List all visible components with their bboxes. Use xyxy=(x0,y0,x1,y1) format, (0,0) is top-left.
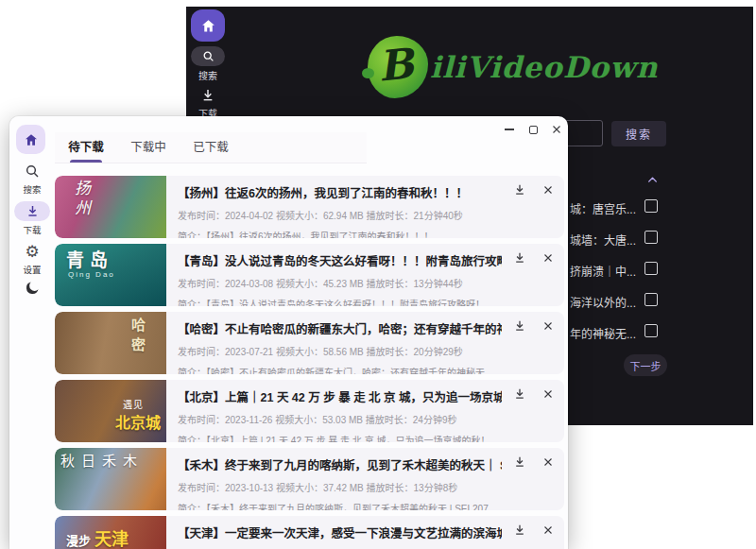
result-title: 挤崩溃｜中... xyxy=(570,263,636,279)
download-video-button[interactable] xyxy=(513,183,526,197)
video-row: 遇见 北京城 【北京】上篇｜21 天 42 万 步 暴 走 北 京 城，只为追一… xyxy=(55,380,564,442)
video-title: 【禾木】终于来到了九月的喀纳斯，见到了禾木超美的秋天｜ SEL207... xyxy=(178,455,502,473)
remove-video-button[interactable] xyxy=(541,319,555,333)
close-icon xyxy=(542,524,554,536)
video-title: 【扬州】往返6次的扬州，我见到了江南的春和秋！！！ xyxy=(178,183,502,201)
download-icon xyxy=(513,455,526,469)
result-row: 挤崩溃｜中... xyxy=(564,256,668,287)
result-checkbox[interactable] xyxy=(644,199,658,213)
download-video-button[interactable] xyxy=(513,455,526,469)
download-icon xyxy=(200,88,215,103)
video-description: 简介：【北京】上篇 | 21 天 42 万 步 暴 走 北 京 城，只为追一场京… xyxy=(178,433,502,442)
download-tabs: 待下载 下载中 已下载 xyxy=(55,132,367,163)
result-title: 海洋以外的... xyxy=(570,294,636,310)
download-video-button[interactable] xyxy=(513,387,526,401)
thumb-caption: 青岛 xyxy=(66,246,113,271)
sidebar-item-home[interactable] xyxy=(16,125,45,154)
download-video-button[interactable] xyxy=(513,319,526,333)
download-icon xyxy=(513,523,526,537)
video-thumbnail: 扬州 xyxy=(55,176,166,238)
video-thumbnail: 哈密 xyxy=(55,312,166,374)
download-icon xyxy=(513,183,526,197)
result-checkbox[interactable] xyxy=(644,324,658,337)
video-thumbnail: 遇见 北京城 xyxy=(55,380,166,442)
remove-video-button[interactable] xyxy=(541,455,555,469)
tab-completed[interactable]: 已下载 xyxy=(180,132,242,163)
tab-downloading[interactable]: 下载中 xyxy=(117,132,180,163)
video-row: 青岛 Qing Dao 【青岛】没人说过青岛的冬天这么好看呀！！！附青岛旅行攻略… xyxy=(55,244,564,306)
video-description: 简介：【禾木】终于来到了九月的喀纳斯，见到了禾木超美的秋天 | SEL2070G… xyxy=(178,501,502,510)
video-title: 【北京】上篇｜21 天 42 万 步 暴 走 北 京 城，只为追一场京城的秋..… xyxy=(178,387,502,405)
video-description: 简介：【哈密】不止有哈密瓜的新疆东大门，哈密；还有穿越千年的神秘无人区大海道；哈… xyxy=(178,365,502,374)
download-manager-window: 搜索 下载 ⚙ 设置 待下载 下载中 已下载 扬州 【扬州】往返6次的扬州，我见… xyxy=(9,116,568,549)
chevron-up-icon xyxy=(645,174,660,186)
home-icon xyxy=(24,132,39,147)
close-icon xyxy=(542,252,554,264)
video-title: 【天津】一定要来一次天津，感受一下浪漫与文艺拉满的滨海城市 xyxy=(178,523,502,541)
video-meta: 发布时间：2023-11-26 视频大小：53.03 MB 播放时长：24分钟9… xyxy=(178,412,502,426)
logo-b: B xyxy=(372,39,419,92)
home-icon xyxy=(200,18,216,34)
download-video-button[interactable] xyxy=(513,251,526,265)
front-window-controls xyxy=(504,122,562,137)
result-row: 海洋以外的... xyxy=(564,287,668,318)
sidebar-label-settings: 设置 xyxy=(9,263,55,276)
close-icon xyxy=(542,456,554,468)
remove-video-button[interactable] xyxy=(541,183,555,197)
video-meta: 发布时间：2023-10-13 视频大小：37.42 MB 播放时长：13分钟8… xyxy=(178,480,502,494)
remove-video-button[interactable] xyxy=(541,251,555,265)
app-logo: B iliVideoDown xyxy=(362,33,658,101)
search-icon xyxy=(25,163,40,179)
video-thumbnail: 漫步 天津 xyxy=(55,516,166,549)
video-row: 扬州 【扬州】往返6次的扬州，我见到了江南的春和秋！！！ 发布时间：2024-0… xyxy=(55,176,564,238)
theme-toggle[interactable] xyxy=(9,280,55,296)
sidebar-item-home[interactable] xyxy=(191,9,225,42)
minimize-button[interactable] xyxy=(504,124,515,135)
sidebar-label-search: 搜索 xyxy=(9,182,55,196)
collapse-chevron[interactable] xyxy=(645,173,660,190)
close-button[interactable] xyxy=(551,124,562,135)
search-results-list: 城：唐宫乐... 城墙：大唐... 挤崩溃｜中... 海洋以外的... 年的神秘… xyxy=(564,194,668,350)
video-thumbnail: 青岛 Qing Dao xyxy=(55,244,166,306)
result-title: 城墙：大唐... xyxy=(570,232,636,248)
sidebar-item-download[interactable] xyxy=(14,201,50,221)
video-title: 【哈密】不止有哈密瓜的新疆东大门，哈密；还有穿越千年的神秘无... xyxy=(178,319,502,337)
result-checkbox[interactable] xyxy=(644,262,658,275)
thumb-subcaption: 天津 xyxy=(94,525,129,549)
tab-pending[interactable]: 待下载 xyxy=(55,132,117,163)
sidebar-item-settings[interactable]: ⚙ xyxy=(9,243,55,261)
remove-video-button[interactable] xyxy=(541,387,555,401)
search-icon xyxy=(202,50,215,62)
search-button[interactable]: 搜索 xyxy=(611,121,666,146)
logo-text: iliVideoDown xyxy=(430,50,658,84)
sidebar-item-search[interactable] xyxy=(9,163,55,179)
download-video-button[interactable] xyxy=(513,523,526,537)
close-icon xyxy=(551,124,562,135)
logo-mark-icon: B xyxy=(362,33,428,101)
result-checkbox[interactable] xyxy=(644,293,658,306)
video-row: 秋日禾木 【禾木】终于来到了九月的喀纳斯，见到了禾木超美的秋天｜ SEL207.… xyxy=(55,448,564,510)
video-row: 漫步 天津 【天津】一定要来一次天津，感受一下浪漫与文艺拉满的滨海城市 发布时间… xyxy=(55,516,564,549)
close-icon xyxy=(542,388,554,400)
next-step-button[interactable]: 下一步 xyxy=(624,354,667,376)
result-row: 城：唐宫乐... xyxy=(564,194,668,225)
sidebar-label-search: 搜索 xyxy=(186,68,230,82)
maximize-button[interactable] xyxy=(527,124,539,135)
remove-video-button[interactable] xyxy=(541,523,555,537)
video-meta: 发布时间：2024-03-08 视频大小：45.23 MB 播放时长：13分钟4… xyxy=(178,276,502,290)
thumb-subcaption: Qing Dao xyxy=(68,270,115,279)
result-checkbox[interactable] xyxy=(644,231,658,244)
thumb-caption: 漫步 xyxy=(66,531,91,549)
sidebar-item-search[interactable] xyxy=(191,46,225,66)
download-icon xyxy=(26,204,40,218)
video-meta: 发布时间：2024-04-02 视频大小：62.94 MB 播放时长：21分钟4… xyxy=(178,208,502,222)
sidebar-item-download[interactable] xyxy=(200,88,215,107)
download-icon xyxy=(513,319,526,333)
thumb-caption: 扬州 xyxy=(70,180,94,219)
thumb-caption: 哈密 xyxy=(128,317,147,357)
sidebar-label-download: 下载 xyxy=(9,223,55,236)
download-icon xyxy=(513,387,526,401)
video-list: 扬州 【扬州】往返6次的扬州，我见到了江南的春和秋！！！ 发布时间：2024-0… xyxy=(55,176,564,549)
video-row: 哈密 【哈密】不止有哈密瓜的新疆东大门，哈密；还有穿越千年的神秘无... 发布时… xyxy=(55,312,564,374)
result-title: 城：唐宫乐... xyxy=(570,200,636,216)
